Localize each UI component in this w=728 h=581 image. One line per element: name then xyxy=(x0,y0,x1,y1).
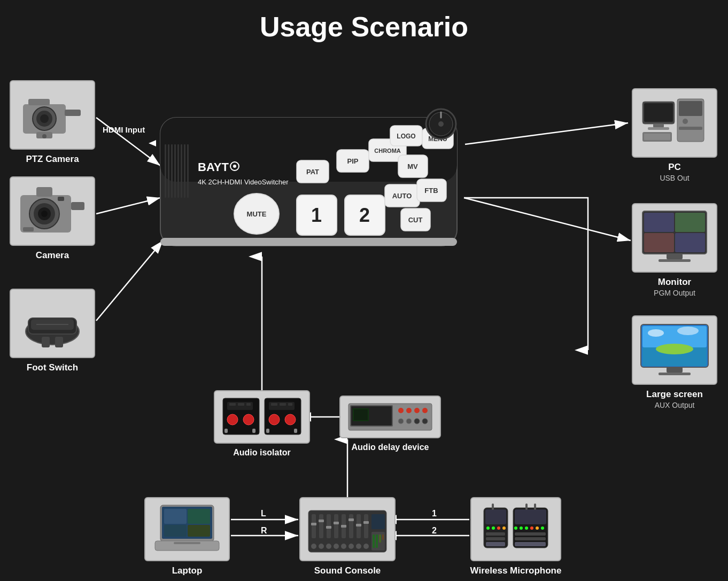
wireless-icon xyxy=(478,502,553,556)
svg-rect-80 xyxy=(319,514,323,538)
monitor-box xyxy=(632,203,717,273)
svg-text:HDMI Input: HDMI Input xyxy=(103,125,145,134)
svg-rect-49 xyxy=(644,103,673,122)
svg-text:AUTO: AUTO xyxy=(392,192,412,200)
svg-line-5 xyxy=(96,198,160,214)
main-container: L R 1 2 HDMI Input PTZ Camera xyxy=(0,48,728,581)
svg-rect-91 xyxy=(341,525,346,528)
svg-rect-205 xyxy=(160,238,457,246)
svg-point-100 xyxy=(341,544,346,549)
svg-point-155 xyxy=(398,408,404,413)
svg-line-4 xyxy=(96,118,160,166)
audiodelay-label: Audio delay device xyxy=(334,443,446,452)
svg-rect-94 xyxy=(363,521,369,524)
svg-point-113 xyxy=(492,526,495,530)
svg-point-142 xyxy=(269,414,280,425)
svg-text:1: 1 xyxy=(432,509,437,518)
svg-point-65 xyxy=(648,329,664,337)
svg-text:1: 1 xyxy=(311,204,322,226)
svg-rect-171 xyxy=(184,144,185,198)
svg-rect-82 xyxy=(334,514,338,538)
svg-rect-53 xyxy=(644,134,670,140)
ptzcamera-label: PTZ Camera xyxy=(10,154,95,165)
svg-rect-168 xyxy=(174,144,176,198)
switcher-device: BAYT 4K 2CH-HDMI VideoSwitcher MUTE 1 2 … xyxy=(155,102,465,262)
svg-rect-122 xyxy=(534,503,536,510)
svg-rect-147 xyxy=(288,403,292,406)
svg-text:R: R xyxy=(261,526,267,535)
svg-rect-139 xyxy=(224,429,228,433)
svg-point-156 xyxy=(406,408,412,413)
svg-rect-169 xyxy=(177,144,179,198)
svg-point-124 xyxy=(520,526,523,530)
monitor-icon xyxy=(640,208,709,267)
svg-line-6 xyxy=(96,241,163,321)
svg-rect-77 xyxy=(174,542,200,544)
ptzcamera-icon xyxy=(18,88,87,142)
svg-point-28 xyxy=(42,134,47,138)
svg-point-102 xyxy=(356,544,361,549)
svg-text:LOGO: LOGO xyxy=(397,133,415,140)
svg-rect-86 xyxy=(364,514,368,538)
svg-rect-30 xyxy=(71,202,84,210)
svg-point-103 xyxy=(363,544,369,549)
svg-rect-149 xyxy=(294,429,297,433)
svg-rect-75 xyxy=(188,525,210,537)
svg-rect-45 xyxy=(679,101,702,116)
monitor-sublabel: PGM Output xyxy=(632,289,717,297)
svg-rect-73 xyxy=(188,509,210,524)
svg-rect-131 xyxy=(515,542,546,546)
svg-rect-50 xyxy=(653,123,664,128)
svg-text:2: 2 xyxy=(359,204,370,226)
soundconsole-box xyxy=(299,497,396,561)
switcher-svg: BAYT 4K 2CH-HDMI VideoSwitcher MUTE 1 2 … xyxy=(155,102,465,262)
largescreen-label: Large screen xyxy=(632,389,717,400)
svg-rect-89 xyxy=(326,526,331,529)
svg-text:L: L xyxy=(261,509,266,518)
svg-rect-25 xyxy=(65,110,81,116)
footswitch-icon xyxy=(20,297,84,350)
largescreen-sublabel: AUX Output xyxy=(632,401,717,409)
svg-rect-58 xyxy=(675,233,705,252)
svg-rect-105 xyxy=(373,534,375,548)
svg-point-127 xyxy=(536,526,539,530)
svg-rect-137 xyxy=(238,403,244,406)
pc-icon xyxy=(640,94,709,152)
svg-text:CUT: CUT xyxy=(408,216,423,224)
svg-rect-60 xyxy=(659,259,691,262)
svg-point-96 xyxy=(311,544,316,549)
svg-point-112 xyxy=(486,526,490,530)
svg-point-158 xyxy=(422,408,428,413)
svg-rect-108 xyxy=(382,534,384,540)
audioisolator-label: Audio isolator xyxy=(214,448,310,458)
largescreen-box xyxy=(632,315,717,385)
svg-rect-120 xyxy=(515,509,546,524)
svg-point-66 xyxy=(677,327,699,335)
svg-point-123 xyxy=(514,526,517,530)
svg-rect-55 xyxy=(644,213,674,232)
svg-rect-121 xyxy=(525,503,528,510)
svg-rect-146 xyxy=(280,403,286,406)
svg-rect-167 xyxy=(171,144,173,198)
svg-rect-51 xyxy=(648,127,669,130)
pc-label: PC xyxy=(632,162,717,173)
svg-rect-67 xyxy=(667,367,683,373)
svg-rect-47 xyxy=(679,127,702,130)
svg-rect-138 xyxy=(246,403,251,406)
svg-point-114 xyxy=(497,526,500,530)
svg-text:4K 2CH-HDMI VideoSwitcher: 4K 2CH-HDMI VideoSwitcher xyxy=(198,178,289,186)
svg-point-159 xyxy=(398,419,404,424)
svg-rect-148 xyxy=(266,429,269,433)
svg-rect-130 xyxy=(515,537,546,540)
page-title: Usage Scenario xyxy=(0,0,728,48)
svg-rect-140 xyxy=(252,429,255,433)
svg-rect-35 xyxy=(36,187,52,197)
svg-rect-129 xyxy=(515,532,546,536)
svg-point-162 xyxy=(422,419,428,424)
svg-point-115 xyxy=(502,526,506,530)
audioisolator-icon xyxy=(222,396,302,438)
svg-line-7 xyxy=(465,123,628,144)
svg-rect-72 xyxy=(164,509,187,524)
soundconsole-icon xyxy=(307,502,388,556)
svg-rect-154 xyxy=(354,409,368,420)
